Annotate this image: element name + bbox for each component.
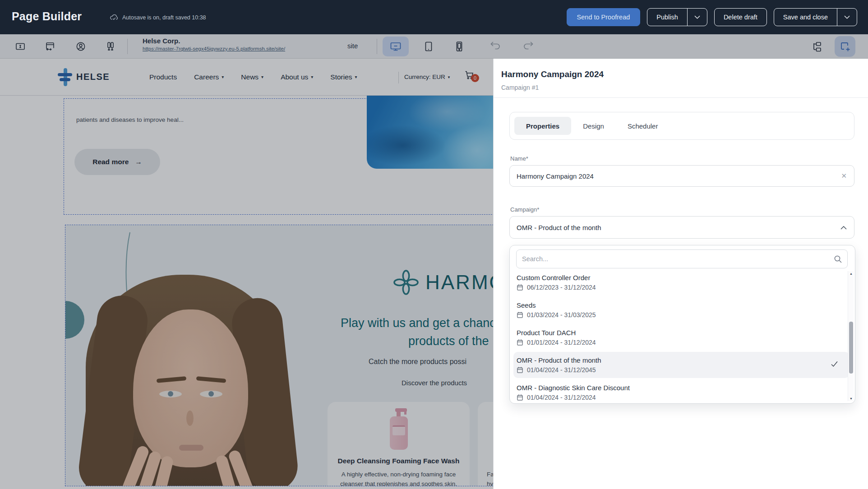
cart-button[interactable]: 0 (465, 70, 475, 80)
panel-divider (494, 97, 868, 98)
caret-down-icon: ▾ (311, 74, 313, 79)
tree-icon (812, 41, 823, 52)
text-block-tool-button[interactable] (12, 38, 29, 55)
photo-iris (168, 391, 173, 397)
publish-dropdown-toggle[interactable] (687, 9, 707, 26)
calendar-icon (517, 339, 523, 346)
currency-selector[interactable]: Currency: EUR ▾ (404, 74, 450, 80)
harmony-logo: HARMONY (393, 269, 496, 295)
nav-item-stories[interactable]: Stories▾ (330, 73, 357, 81)
tab-design[interactable]: Design (571, 117, 616, 135)
campaign-option[interactable]: Product Tour DACH 01/01/2024 - 31/12/202… (510, 326, 844, 354)
search-icon (834, 255, 842, 263)
intro-photo (367, 96, 496, 169)
mobile-icon (454, 41, 465, 52)
calendar-icon (517, 311, 523, 318)
chevron-down-icon (844, 15, 850, 19)
site-info: Helse Corp. https://master-7rqtwti-segx4… (143, 37, 285, 51)
scroll-down-icon[interactable]: ▼ (848, 397, 854, 400)
tab-properties[interactable]: Properties (514, 117, 571, 135)
panel-subtitle: Campaign #1 (501, 84, 539, 91)
campaign-option-selected[interactable]: OMR - Product of the month 01/04/2024 - … (510, 354, 844, 381)
undo-button[interactable] (489, 41, 501, 51)
builder-toolbar: Helse Corp. https://master-7rqtwti-segx4… (0, 34, 868, 59)
topbar: Page Builder Autosave is on, draft saved… (0, 0, 868, 34)
option-title: Product Tour DACH (517, 329, 576, 337)
dropdown-scrollbar[interactable]: ▲ ▼ (848, 271, 854, 401)
caret-down-icon: ▾ (355, 74, 357, 79)
nav-item-about-us[interactable]: About us▾ (281, 73, 313, 81)
site-name: Helse Corp. (143, 37, 285, 45)
harmony-campaign-block[interactable]: HARMONY Play with us and get a chanc pro… (65, 225, 496, 486)
chevron-up-icon (840, 226, 847, 230)
text-frame-icon (15, 41, 26, 52)
topbar-actions: Send to Proofread Publish Delete draft S… (567, 8, 857, 26)
send-to-proofread-button[interactable]: Send to Proofread (567, 8, 641, 26)
name-input[interactable] (510, 166, 854, 186)
campaign-option[interactable]: Custom Controller Order 06/12/2023 - 31/… (510, 271, 844, 299)
hero-headline-line1: Play with us and get a chanc (341, 316, 496, 330)
save-and-close-label[interactable]: Save and close (774, 14, 837, 21)
nav-item-careers[interactable]: Careers▾ (194, 73, 224, 81)
site-logo[interactable]: HELSE (58, 68, 110, 86)
caret-down-icon: ▾ (222, 74, 224, 79)
campaign-option[interactable]: Seeds 01/03/2024 - 31/03/2025 (510, 299, 844, 326)
option-dates: 06/12/2023 - 31/12/2024 (517, 284, 596, 291)
redo-button[interactable] (522, 41, 534, 51)
option-dates: 01/01/2024 - 31/12/2024 (517, 339, 596, 346)
user-circle-icon (75, 41, 86, 52)
campaign-dropdown: Custom Controller Order 06/12/2023 - 31/… (509, 245, 855, 404)
panel-tabs: Properties Design Scheduler (509, 112, 854, 140)
clear-name-icon[interactable]: ✕ (841, 172, 847, 180)
add-block-button[interactable] (835, 36, 855, 57)
layout-swap-icon (45, 41, 55, 52)
site-url-link[interactable]: https://master-7rqtwti-segx45igywzzy.eu-… (143, 46, 285, 51)
photo-lips (179, 445, 203, 451)
product-description: A highly effective, non-drying foaming f… (328, 470, 470, 486)
square-plus-icon (839, 41, 851, 53)
panel-title: Harmony Campaign 2024 (501, 69, 604, 79)
cart-count-badge: 0 (471, 74, 479, 82)
chevron-down-icon (694, 15, 700, 19)
mobile-preview-button[interactable] (449, 37, 469, 56)
product-desc-line: A highly effective, non-drying foaming f… (342, 471, 456, 478)
desktop-preview-button[interactable] (383, 37, 409, 56)
option-title: OMR - Product of the month (517, 356, 601, 364)
scrollbar-thumb[interactable] (849, 322, 853, 374)
option-title: Custom Controller Order (517, 274, 590, 281)
page-name-label: site (347, 42, 358, 50)
components-tool-button[interactable] (102, 38, 119, 55)
toolbar-divider (377, 39, 377, 54)
harmony-chain-icon (393, 269, 419, 295)
dropdown-search-input[interactable] (517, 250, 847, 268)
name-field: ✕ (509, 165, 854, 187)
tablet-icon (423, 41, 434, 52)
page-tree-button[interactable] (808, 38, 826, 55)
read-more-button[interactable]: Read more → (74, 149, 160, 175)
save-and-close-button[interactable]: Save and close (774, 8, 857, 26)
user-tool-button[interactable] (72, 38, 89, 55)
layout-swap-tool-button[interactable] (42, 38, 59, 55)
delete-draft-button[interactable]: Delete draft (714, 8, 767, 26)
scroll-up-icon[interactable]: ▲ (848, 272, 854, 275)
campaign-select-value: OMR - Product of the month (517, 224, 601, 231)
nav-label: About us (281, 73, 308, 81)
save-dropdown-toggle[interactable] (837, 9, 857, 26)
hero-subtext-2: Discover the products (402, 379, 467, 387)
hero-subtext-1: Catch the more products possi (369, 358, 466, 366)
dropdown-search-field (516, 249, 848, 268)
nav-item-products[interactable]: Products (149, 73, 177, 81)
product-card[interactable]: Deep Cleansing Foaming Face Wash A highl… (328, 402, 470, 486)
publish-label[interactable]: Publish (647, 14, 687, 21)
photo-nose (186, 411, 194, 426)
campaign-option[interactable]: OMR - Diagnostic Skin Care Discount 01/0… (510, 381, 844, 404)
tab-scheduler[interactable]: Scheduler (616, 117, 670, 135)
publish-button[interactable]: Publish (647, 8, 707, 26)
tablet-preview-button[interactable] (419, 37, 439, 56)
nav-item-news[interactable]: News▾ (241, 73, 263, 81)
nav-divider (398, 72, 399, 83)
read-more-label: Read more (92, 158, 129, 166)
campaign-select[interactable]: OMR - Product of the month (509, 216, 854, 239)
product-bottle-image (390, 408, 408, 450)
product-title: Deep Cleansing Foaming Face Wash (328, 457, 470, 465)
